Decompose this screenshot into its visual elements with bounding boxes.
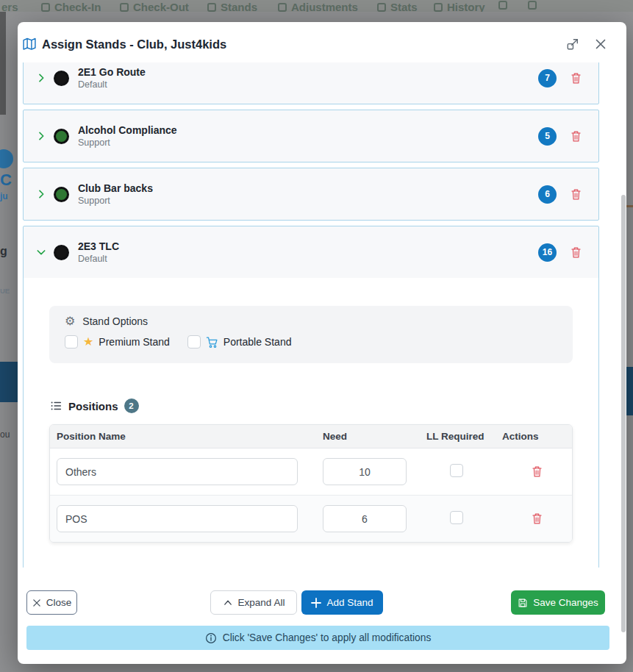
- gear-icon: [498, 1, 507, 10]
- stand-type: Support: [78, 137, 177, 148]
- delete-stand-button[interactable]: [569, 129, 582, 143]
- stand-row[interactable]: 2E1 Go Route Default 7: [24, 62, 598, 104]
- stands-scroll-area[interactable]: 2E1 Go Route Default 7 Alcohol Complianc…: [23, 62, 599, 568]
- chevron-up-icon: [223, 598, 233, 608]
- check-in-icon: [41, 3, 50, 12]
- delete-stand-button[interactable]: [569, 71, 582, 85]
- file-icon: [528, 1, 537, 10]
- background-text-fragment: UE: [0, 287, 10, 295]
- add-stand-button[interactable]: Add Stand: [301, 590, 383, 615]
- trash-icon: [532, 512, 543, 525]
- position-count-badge: 16: [538, 243, 557, 262]
- background-text-fragment: ju: [0, 192, 8, 201]
- expand-all-button[interactable]: Expand All: [210, 590, 297, 615]
- stand-card: Alcohol Compliance Support 5: [23, 110, 599, 162]
- stand-name: Club Bar backs: [78, 182, 153, 194]
- position-count-badge: 6: [538, 185, 557, 204]
- trash-icon: [532, 465, 543, 478]
- delete-stand-button[interactable]: [569, 187, 582, 201]
- portable-stand-checkbox[interactable]: [187, 335, 201, 348]
- background-bar-fragment: [0, 362, 20, 402]
- background-bar-fragment: [626, 205, 633, 207]
- check-out-icon: [120, 3, 129, 12]
- chevron-right-icon[interactable]: [35, 130, 47, 142]
- column-position-name: Position Name: [57, 431, 323, 442]
- background-text-fragment: ou: [0, 430, 10, 439]
- stand-card: 2E1 Go Route Default 7: [23, 62, 599, 104]
- maximize-icon: [566, 37, 579, 51]
- position-count-badge: 5: [538, 127, 557, 146]
- ll-required-checkbox[interactable]: [450, 511, 463, 524]
- nav-item-stats: Stats: [377, 1, 418, 12]
- stand-options-box: ⚙ Stand Options ★ Premium Stand: [49, 306, 573, 363]
- chevron-right-icon[interactable]: [35, 72, 47, 84]
- positions-table: Position Name Need LL Required Actions: [49, 424, 573, 543]
- info-icon: [205, 632, 217, 644]
- nav-item-stands: Stands: [207, 1, 257, 12]
- stand-card-expanded: 2E3 TLC Default 16 ⚙ Stand Options: [23, 226, 599, 568]
- background-bar-fragment: [626, 367, 633, 415]
- delete-position-button[interactable]: [530, 512, 543, 526]
- close-modal-button[interactable]: Close: [26, 590, 77, 615]
- stand-color-dot: [54, 245, 69, 260]
- nav-file: [528, 1, 537, 10]
- stand-row[interactable]: 2E3 TLC Default 16: [24, 226, 598, 278]
- cart-icon: [206, 336, 218, 348]
- background-avatar-fragment: [0, 149, 13, 168]
- position-name-input[interactable]: [57, 505, 298, 532]
- stand-card: Club Bar backs Support 6: [23, 168, 599, 221]
- column-need: Need: [323, 431, 426, 442]
- positions-table-header: Position Name Need LL Required Actions: [50, 425, 572, 448]
- chevron-down-icon[interactable]: [35, 246, 47, 258]
- stand-row[interactable]: Alcohol Compliance Support 5: [24, 110, 598, 162]
- save-icon: [518, 598, 528, 608]
- position-row: [50, 495, 572, 542]
- need-input[interactable]: [323, 458, 407, 485]
- positions-count-badge: 2: [124, 398, 139, 413]
- premium-stand-option[interactable]: ★ Premium Stand: [65, 335, 170, 348]
- position-row: [50, 448, 572, 495]
- assign-stands-modal: Assign Stands - Club, Just4kids: [18, 22, 626, 664]
- close-button[interactable]: [595, 38, 607, 50]
- banner-text: Click 'Save Changes' to apply all modifi…: [223, 632, 432, 643]
- stand-color-dot: [54, 187, 69, 202]
- adjustments-icon: [278, 3, 287, 12]
- delete-stand-button[interactable]: [569, 245, 582, 260]
- close-icon: [595, 38, 607, 50]
- nav-item-adjustments: Adjustments: [278, 1, 358, 12]
- portable-stand-label: Portable Stand: [223, 336, 292, 348]
- nav-settings: [498, 1, 507, 10]
- save-info-banner: Click 'Save Changes' to apply all modifi…: [26, 626, 609, 650]
- stand-options-title: Stand Options: [82, 315, 148, 327]
- premium-stand-label: Premium Stand: [99, 336, 169, 348]
- background-page-fragment: [0, 12, 6, 115]
- positions-header: Positions 2: [49, 398, 573, 413]
- premium-stand-checkbox[interactable]: [65, 335, 78, 348]
- positions-title: Positions: [68, 400, 118, 412]
- trash-icon: [571, 246, 582, 259]
- plus-icon: [311, 598, 321, 608]
- ll-required-checkbox[interactable]: [450, 464, 463, 477]
- scrollbar-thumb[interactable]: [621, 195, 626, 632]
- need-input[interactable]: [323, 505, 407, 532]
- stand-name: 2E1 Go Route: [78, 66, 146, 78]
- background-text-fragment: C: [0, 172, 12, 188]
- trash-icon: [571, 188, 582, 201]
- nav-item-partial: ers: [1, 1, 18, 12]
- stand-type: Default: [78, 254, 119, 264]
- modal-header: Assign Stands - Club, Just4kids: [22, 29, 607, 59]
- nav-item-check-in: Check-In: [41, 1, 101, 12]
- position-count-badge: 7: [538, 69, 557, 87]
- background-navbar: ers Check-In Check-Out Stands Adjustment…: [0, 0, 633, 12]
- modal-title: Assign Stands - Club, Just4kids: [42, 37, 226, 51]
- chevron-right-icon[interactable]: [35, 188, 47, 200]
- position-name-input[interactable]: [57, 458, 298, 485]
- portable-stand-option[interactable]: Portable Stand: [187, 335, 292, 348]
- maximize-button[interactable]: [566, 37, 579, 51]
- list-icon: [49, 399, 62, 412]
- save-changes-button[interactable]: Save Changes: [511, 590, 605, 615]
- delete-position-button[interactable]: [530, 465, 543, 479]
- column-ll-required: LL Required: [426, 431, 502, 442]
- stats-icon: [377, 3, 386, 12]
- stand-row[interactable]: Club Bar backs Support 6: [24, 168, 598, 220]
